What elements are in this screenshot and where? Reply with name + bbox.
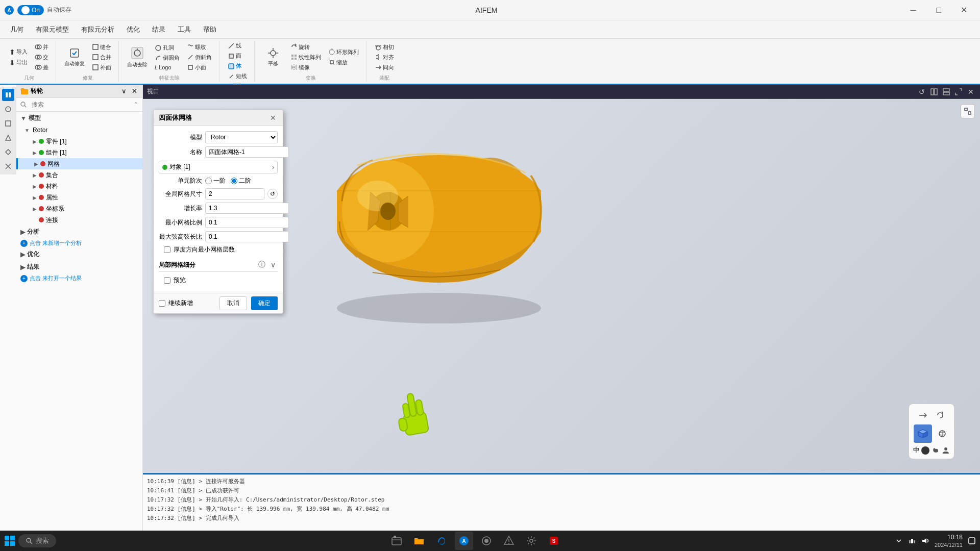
search-toggle-button[interactable]: ⌃ [133,101,138,108]
minimize-button[interactable]: ─ [901,2,925,18]
scale-button[interactable]: 缩放 [325,58,362,67]
growth-input[interactable] [205,203,289,214]
viewport-expand-button[interactable] [953,87,964,97]
tree-mesh[interactable]: ▶ 网格 [16,158,142,169]
tree-connect[interactable]: 连接 [16,214,142,226]
mesh-size-refresh-button[interactable]: ↺ [267,189,278,199]
continue-checkbox[interactable] [159,300,165,307]
align-button[interactable]: 对齐 [372,53,397,62]
taskbar-edge-button[interactable] [432,532,451,550]
section-analysis[interactable]: ▶ 分析 [16,226,142,238]
panel-icon-2[interactable] [2,103,14,115]
widget-rotate-button[interactable] [933,408,947,422]
cube-3d-button[interactable] [914,424,932,443]
union-button[interactable]: 并 [32,42,52,52]
fillet-button[interactable]: 倒圆角 [152,53,183,63]
chamfer-button[interactable]: 倒斜角 [184,53,215,62]
add-result-link[interactable]: + 点击 来打开一个结果 [16,273,142,283]
linear-array-button[interactable]: 线性阵列 [287,53,324,62]
widget-dot-button[interactable] [921,446,929,455]
dialog-close-button[interactable]: ✕ [268,113,278,122]
sidebar-close-button[interactable]: ✕ [130,87,138,95]
object-selector[interactable]: 对象 [1] › [159,161,278,173]
taskbar-aifem-button[interactable]: A [455,532,473,550]
taskbar-app2-button[interactable] [500,532,518,550]
cancel-button[interactable]: 取消 [219,296,247,310]
tree-material[interactable]: ▶ 材料 [16,181,142,192]
merge-button[interactable]: 合并 [89,53,114,62]
view-fit-button[interactable] [961,104,975,118]
name-input[interactable] [205,146,289,158]
hole-button[interactable]: 孔洞 [152,43,183,53]
menu-help[interactable]: 帮助 [197,23,223,36]
preview-checkbox[interactable] [164,277,170,284]
order-first-radio[interactable] [205,178,212,184]
confirm-button[interactable]: 确定 [251,296,278,310]
translate-button[interactable]: 平移 [260,44,286,70]
menu-optimization[interactable]: 优化 [120,23,146,36]
tangent-button[interactable]: 相切 [372,42,397,52]
order-first-label[interactable]: 一阶 [205,177,226,185]
small-face-button[interactable]: 小面 [184,63,215,72]
thread-button[interactable]: 螺纹 [184,42,215,52]
panel-icon-6[interactable] [2,160,14,172]
viewport-close-button[interactable]: ✕ [966,87,976,97]
cut-body-button[interactable]: 体 [225,61,250,71]
autosave-toggle[interactable]: On [17,5,44,15]
close-button[interactable]: ✕ [952,2,976,18]
panel-icon-3[interactable] [2,117,14,130]
menu-tools[interactable]: 工具 [172,23,197,36]
add-analysis-link[interactable]: + 点击 来新增一个分析 [16,238,142,248]
taskbar-folder-button[interactable] [410,532,428,550]
mirror-button[interactable]: 镜像 [287,63,324,72]
circular-array-button[interactable]: 环形阵列 [325,47,362,57]
tree-group[interactable]: ▶ 组件 [1] [16,147,142,158]
samedirection-button[interactable]: 同向 [372,63,397,72]
tree-rotor[interactable]: ▼ Rotor [16,124,142,136]
rotate-button[interactable]: 旋转 [287,42,324,52]
menu-results[interactable]: 结果 [146,23,172,36]
tree-part[interactable]: ▶ 零件 [1] [16,136,142,147]
taskbar-cam-button[interactable] [477,532,496,550]
max-chord-input[interactable] [205,231,289,242]
maximize-button[interactable]: □ [927,2,950,18]
viewport-split-h-button[interactable] [941,87,951,97]
viewport-split-v-button[interactable] [929,87,939,97]
taskbar-red-button[interactable]: S [545,532,563,550]
order-second-radio[interactable] [231,178,237,184]
thickness-checkbox[interactable] [164,246,170,253]
cut-line-button[interactable]: 线 [225,41,250,51]
widget-text-zh[interactable]: 中 [913,446,919,455]
fill-button[interactable]: 补面 [89,63,114,72]
autorepair-button[interactable]: 自动修复 [61,44,88,70]
section-model[interactable]: ▼ 模型 [16,112,142,124]
logo-button[interactable]: L Logo [152,63,183,71]
order-second-label[interactable]: 二阶 [231,177,251,185]
import-button[interactable]: ⬆ 导入 [6,47,31,57]
sew-button[interactable]: 缝合 [89,42,114,52]
tree-coord[interactable]: ▶ 坐标系 [16,203,142,214]
local-mesh-info-button[interactable]: ⓘ [257,260,266,269]
widget-expand-button[interactable] [916,408,930,422]
cut-short-line-button[interactable]: 短线 [225,71,250,81]
viewport-refresh-button[interactable]: ↺ [917,87,927,97]
search-bar[interactable]: 搜索 [18,534,56,547]
sidebar-collapse-button[interactable]: ∨ [120,87,128,95]
intersect-button[interactable]: 交 [32,53,52,62]
export-button[interactable]: ⬇ 导出 [6,58,31,68]
mesh-size-input[interactable] [206,189,264,199]
search-input[interactable] [29,100,131,109]
autoremove-button[interactable]: 自动去除 [124,44,151,70]
widget-3d-rotate-button[interactable] [935,427,949,441]
taskbar-gear-button[interactable] [522,532,541,550]
menu-fem-analysis[interactable]: 有限元分析 [75,23,120,36]
taskbar-explorer-button[interactable] [387,532,406,550]
section-optimization[interactable]: ▶ 优化 [16,248,142,261]
subtract-button[interactable]: 差 [32,63,52,72]
active-panel-icon[interactable] [2,89,14,101]
menu-fem-model[interactable]: 有限元模型 [30,23,75,36]
min-ratio-input[interactable] [205,217,289,228]
section-results[interactable]: ▶ 结果 [16,261,142,273]
model-select[interactable]: Rotor [205,131,278,143]
tree-property[interactable]: ▶ 属性 [16,192,142,203]
